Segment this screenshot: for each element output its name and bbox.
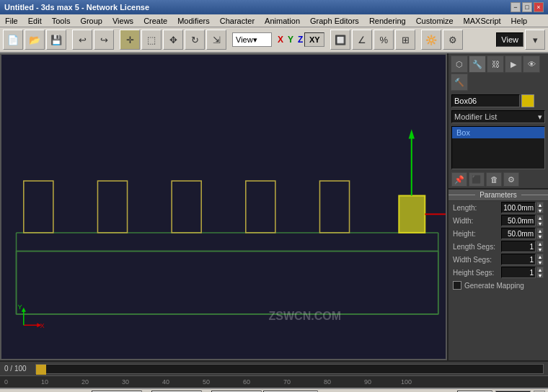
height-input[interactable]: [501, 228, 536, 239]
width-down[interactable]: ▼: [536, 220, 544, 226]
menu-views[interactable]: Views: [110, 17, 136, 25]
render-settings-button[interactable]: ⚙: [443, 30, 463, 50]
undo-button[interactable]: ↩: [72, 30, 92, 50]
menu-maxscript[interactable]: MAXScript: [461, 17, 503, 25]
length-segs-label: Length Segs:: [453, 243, 495, 251]
object-name-field[interactable]: [451, 94, 520, 107]
svg-text:Y: Y: [18, 303, 22, 311]
modifier-list-label: Modifier List: [454, 112, 497, 121]
rp-utilities-btn[interactable]: 🔨: [451, 74, 468, 91]
width-segs-down[interactable]: ▼: [536, 259, 544, 265]
menu-group[interactable]: Group: [78, 17, 105, 25]
menu-tools[interactable]: Tools: [50, 17, 73, 25]
frame-40: 40: [162, 378, 169, 386]
statusbar: 1 Object Selected 🔒 X: 468.97ms Y: 171.0…: [0, 388, 548, 392]
width-up[interactable]: ▲: [536, 215, 544, 220]
rp-display-btn[interactable]: 👁: [523, 55, 540, 73]
remove-modifier-btn[interactable]: 🗑: [486, 172, 502, 187]
maximize-button[interactable]: □: [522, 2, 532, 12]
rp-modify-btn[interactable]: 🔧: [469, 55, 486, 73]
height-segs-input[interactable]: [501, 267, 536, 278]
menu-help[interactable]: Help: [509, 17, 530, 25]
timeline-track[interactable]: [35, 364, 544, 374]
menu-edit[interactable]: Edit: [26, 17, 44, 25]
width-segs-up[interactable]: ▲: [536, 254, 544, 259]
height-segs-down[interactable]: ▼: [536, 272, 544, 278]
render-button[interactable]: 🔆: [421, 30, 441, 50]
length-segs-down[interactable]: ▼: [536, 246, 544, 252]
modifier-stack[interactable]: Box: [451, 126, 545, 169]
height-down[interactable]: ▼: [536, 233, 544, 239]
menu-animation[interactable]: Animation: [262, 17, 302, 25]
stack-tools: 📌 ⬛ 🗑 ⚙: [448, 171, 548, 188]
menu-create[interactable]: Create: [141, 17, 169, 25]
width-segs-input[interactable]: [501, 254, 536, 265]
scale-button[interactable]: ⇲: [206, 30, 226, 50]
view-dropdown[interactable]: View ▾: [232, 32, 272, 47]
generate-mapping-checkbox[interactable]: [453, 281, 461, 290]
modifier-list-dropdown[interactable]: Modifier List ▾: [451, 110, 545, 123]
menu-customize[interactable]: Customize: [414, 17, 456, 25]
frame-30: 30: [122, 378, 129, 386]
menu-rendering[interactable]: Rendering: [367, 17, 408, 25]
generate-mapping-row: Generate Mapping: [448, 279, 548, 292]
new-button[interactable]: 📄: [3, 30, 23, 50]
snap-button[interactable]: 🔲: [330, 30, 350, 50]
frame-50: 50: [203, 378, 210, 386]
svg-rect-12: [399, 196, 425, 233]
rp-motion-btn[interactable]: ▶: [505, 55, 522, 73]
timeline-slider[interactable]: [36, 365, 46, 375]
coord-xyz: X Y Z: [278, 35, 303, 45]
select-button[interactable]: ✛: [120, 30, 140, 50]
redo-button[interactable]: ↪: [94, 30, 114, 50]
frame-100: 100: [401, 378, 412, 386]
select-region-button[interactable]: ⬚: [141, 30, 162, 50]
open-button[interactable]: 📂: [25, 30, 45, 50]
spinner-snap-button[interactable]: ⊞: [395, 30, 415, 50]
main-toolbar: 📄 📂 💾 ↩ ↪ ✛ ⬚ ✥ ↻ ⇲ View ▾ X Y Z XY 🔲 ∠ …: [0, 27, 548, 53]
length-segs-up[interactable]: ▲: [536, 241, 544, 246]
frame-60: 60: [243, 378, 250, 386]
length-input[interactable]: [501, 202, 536, 213]
height-input-group: ▲ ▼: [501, 228, 544, 239]
height-segs-up[interactable]: ▲: [536, 267, 544, 272]
view-name-field[interactable]: View: [496, 32, 523, 47]
modifier-stack-item[interactable]: Box: [452, 127, 544, 138]
object-color-swatch[interactable]: [521, 94, 534, 107]
view-arrow-button[interactable]: ▾: [525, 30, 545, 50]
height-segs-input-group: ▲ ▼: [501, 267, 544, 278]
object-name-row: [448, 93, 548, 109]
pin-stack-btn[interactable]: 📌: [451, 172, 467, 187]
length-up[interactable]: ▲: [536, 202, 544, 208]
length-down[interactable]: ▼: [536, 208, 544, 213]
xy-label[interactable]: XY: [304, 32, 324, 47]
menu-graph-editors[interactable]: Graph Editors: [308, 17, 361, 25]
frame-10: 10: [41, 378, 48, 386]
configure-sets-btn[interactable]: ⚙: [503, 172, 519, 187]
height-row: Height: ▲ ▼: [448, 227, 548, 240]
menu-file[interactable]: File: [3, 17, 20, 25]
width-spinner: ▲ ▼: [536, 215, 544, 226]
height-segs-spinner: ▲ ▼: [536, 267, 544, 278]
save-button[interactable]: 💾: [46, 30, 66, 50]
angle-snap-button[interactable]: ∠: [352, 30, 372, 50]
rotate-button[interactable]: ↻: [185, 30, 205, 50]
scene-svg: X Y: [1, 55, 446, 359]
move-button[interactable]: ✥: [163, 30, 183, 50]
viewport[interactable]: Top 这样就 OK 了: [0, 53, 447, 360]
minimize-button[interactable]: −: [511, 2, 521, 12]
height-up[interactable]: ▲: [536, 228, 544, 233]
frame-ruler: 0 10 20 30 40 50 60 70 80 90 100: [0, 376, 548, 388]
menu-character[interactable]: Character: [218, 17, 257, 25]
right-panel: ⬡ 🔧 ⛓ ▶ 👁 🔨 Modifier List ▾ Box 📌 ⬛: [447, 53, 548, 360]
length-segs-input[interactable]: [501, 241, 536, 252]
length-label: Length:: [453, 204, 477, 212]
rp-hierarchy-btn[interactable]: ⛓: [487, 55, 504, 73]
make-unique-btn[interactable]: ⬛: [469, 172, 485, 187]
width-input[interactable]: [501, 215, 536, 226]
percent-snap-button[interactable]: %: [374, 30, 394, 50]
rp-create-btn[interactable]: ⬡: [451, 55, 468, 73]
menu-modifiers[interactable]: Modifiers: [175, 17, 212, 25]
close-button[interactable]: ×: [534, 2, 544, 12]
frame-0: 0: [4, 378, 8, 386]
